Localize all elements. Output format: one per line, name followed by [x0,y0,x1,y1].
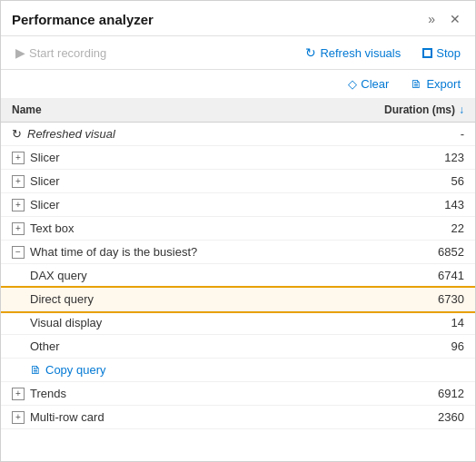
export-icon: 🗎 [411,77,422,91]
table-row: +Trends6912 [1,382,475,406]
name-cell: 🗎Copy query [1,359,319,381]
name-cell: Other [1,335,319,358]
start-recording-button[interactable]: ▶ Start recording [12,44,110,62]
table-row: ↻Refreshed visual- [1,123,475,146]
export-button[interactable]: 🗎 Export [407,75,464,93]
clear-icon: ◇ [348,77,357,91]
name-cell: +Trends [1,382,319,405]
close-panel-button[interactable]: ✕ [446,10,464,28]
toolbar-right: ↻ Refresh visuals Stop [302,44,464,62]
name-cell: DAX query [1,264,319,287]
refresh-visuals-label: Refresh visuals [320,46,401,60]
name-cell: +Text box [1,217,319,240]
row-name-text: Slicer [30,198,60,211]
duration-cell [319,359,475,382]
duration-cell: 123 [319,146,475,170]
sort-arrow-icon: ↓ [459,103,464,116]
refresh-visuals-button[interactable]: ↻ Refresh visuals [302,44,404,62]
stop-icon [422,48,432,58]
table-row: +Slicer56 [1,170,475,193]
name-cell: +Slicer [1,193,319,216]
table-row: Direct query6730 [1,288,475,311]
duration-column-header[interactable]: Duration (ms) ↓ [319,98,475,123]
duration-cell: 2360 [319,406,475,429]
duration-cell: - [319,123,475,146]
panel-header: Performance analyzer » ✕ [1,1,475,36]
table-row: +Slicer143 [1,193,475,217]
row-name-text: Slicer [30,174,60,188]
duration-cell: 14 [319,311,475,335]
name-cell: −What time of day is the busiest? [1,241,319,263]
expand-plus-icon[interactable]: + [12,199,25,211]
expand-plus-icon[interactable]: + [12,411,25,424]
row-name-text: DAX query [30,269,87,282]
table-row: Other96 [1,335,475,359]
expand-panel-button[interactable]: » [424,10,439,28]
row-name-text: Trends [30,387,66,400]
duration-cell: 6741 [319,264,475,288]
name-column-header: Name [1,98,319,123]
expand-plus-icon[interactable]: + [12,388,25,400]
stop-button[interactable]: Stop [419,44,464,62]
stop-label: Stop [436,46,461,60]
name-cell: Direct query [1,288,319,310]
clear-button[interactable]: ◇ Clear [344,75,392,93]
copy-query-label: Copy query [45,363,105,377]
performance-analyzer-panel: Performance analyzer » ✕ ▶ Start recordi… [0,0,476,462]
row-name-text: Other [30,339,60,353]
play-icon: ▶ [15,45,25,60]
toolbar-left: ▶ Start recording [12,44,110,62]
results-table: Name Duration (ms) ↓ ↻Refreshed visual-+… [1,98,475,429]
table-row: Visual display14 [1,311,475,335]
table-row: +Text box22 [1,217,475,241]
expand-icon: » [428,12,435,26]
table-row: +Slicer123 [1,146,475,170]
close-icon: ✕ [450,12,461,26]
refresh-icon: ↻ [305,45,316,60]
toolbar: ▶ Start recording ↻ Refresh visuals Stop [1,36,475,70]
row-name-text: Visual display [30,316,102,329]
start-recording-label: Start recording [29,46,106,60]
duration-cell: 6912 [319,382,475,406]
row-name-text: Direct query [30,292,94,306]
copy-icon: 🗎 [30,363,42,377]
duration-cell: 56 [319,170,475,193]
table-row: 🗎Copy query [1,359,475,382]
row-name-text: Refreshed visual [27,127,115,141]
duration-cell: 6730 [319,288,475,311]
expand-plus-icon[interactable]: + [12,175,25,188]
panel-title: Performance analyzer [12,12,154,27]
table-row: DAX query6741 [1,264,475,288]
duration-cell: 6852 [319,241,475,264]
name-cell: Visual display [1,311,319,334]
name-cell: +Slicer [1,146,319,169]
results-table-container: Name Duration (ms) ↓ ↻Refreshed visual-+… [1,98,475,461]
action-bar: ◇ Clear 🗎 Export [1,70,475,98]
name-cell: ↻Refreshed visual [1,123,319,145]
copy-query-button[interactable]: 🗎Copy query [30,363,105,377]
table-row: −What time of day is the busiest?6852 [1,241,475,264]
duration-cell: 96 [319,335,475,359]
expand-plus-icon[interactable]: + [12,222,25,235]
table-body: ↻Refreshed visual-+Slicer123+Slicer56+Sl… [1,123,475,429]
name-cell: +Slicer [1,170,319,192]
export-label: Export [426,77,461,91]
clear-label: Clear [361,77,389,91]
duration-cell: 143 [319,193,475,217]
header-icons: » ✕ [424,10,464,28]
expand-plus-icon[interactable]: + [12,152,25,164]
table-header-row: Name Duration (ms) ↓ [1,98,475,123]
row-name-text: Text box [30,221,74,235]
row-name-text: What time of day is the busiest? [30,245,197,259]
name-cell: +Multi-row card [1,406,319,428]
table-row: +Multi-row card2360 [1,406,475,429]
row-name-text: Slicer [30,151,60,164]
row-name-text: Multi-row card [30,410,104,424]
expand-minus-icon[interactable]: − [12,246,25,259]
duration-cell: 22 [319,217,475,241]
refresh-row-icon: ↻ [12,127,22,141]
